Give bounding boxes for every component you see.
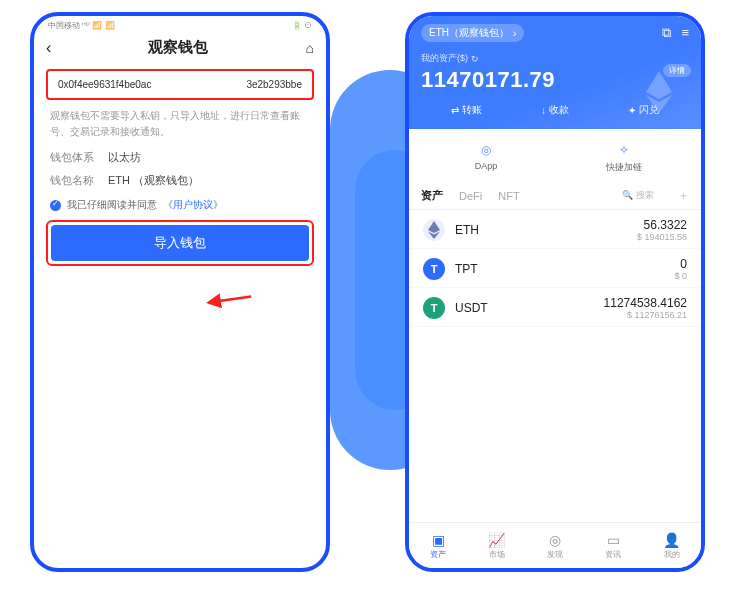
token-symbol: TPT [455, 262, 478, 276]
wallet-system-label: 钱包体系 [50, 150, 94, 165]
import-wallet-button[interactable]: 导入钱包 [51, 225, 309, 261]
phone-left: 中国移动 ᴴᴰ 📶 📶 🔋 ⏲ ‹ 观察钱包 ⌂ 0x0f4ee9631f4be… [30, 12, 330, 572]
chevron-right-icon: › [513, 28, 516, 39]
token-row-tpt[interactable]: T TPT 0 $ 0 [409, 249, 701, 288]
note-text: 观察钱包不需要导入私钥，只导入地址，进行日常查看账号、交易记录和接收通知。 [50, 108, 310, 140]
token-usd: $ 0 [674, 271, 687, 281]
news-icon: ▭ [607, 532, 620, 548]
quicklink-button[interactable]: ✧ 快捷加链 [555, 141, 693, 174]
token-usd: $ 194015.58 [637, 232, 687, 242]
tab-assets[interactable]: 资产 [421, 188, 443, 203]
compass-icon: ◎ [477, 141, 495, 159]
compass-icon: ◎ [549, 532, 561, 548]
scan-icon[interactable]: ⧉ [662, 25, 671, 41]
back-icon[interactable]: ‹ [46, 39, 51, 57]
wallet-name-value: ETH （观察钱包） [108, 173, 199, 188]
tab-defi[interactable]: DeFi [459, 190, 482, 202]
wallet-name-label: 钱包名称 [50, 173, 94, 188]
bottom-tabbar: ▣资产 📈市场 ◎发现 ▭资讯 👤我的 [409, 522, 701, 568]
annotation-arrow-icon [201, 277, 256, 323]
token-symbol: ETH [455, 223, 479, 237]
token-row-eth[interactable]: ETH 56.3322 $ 194015.58 [409, 210, 701, 249]
wallet-name-row: 钱包名称 ETH （观察钱包） [50, 173, 310, 188]
swap-icon: ✦ [628, 105, 636, 116]
agree-row[interactable]: 我已仔细阅读并同意 《用户协议》 [50, 198, 310, 212]
wallet-system-row: 钱包体系 以太坊 [50, 150, 310, 165]
wallet-icon: ▣ [432, 532, 445, 548]
agreement-link[interactable]: 《用户协议》 [163, 198, 223, 212]
search-input[interactable]: 🔍 搜索 [622, 189, 654, 202]
receive-button[interactable]: ↓ 收款 [541, 103, 569, 117]
tabbar-news[interactable]: ▭资讯 [605, 532, 621, 560]
receive-icon: ↓ [541, 105, 546, 116]
eth-icon [423, 219, 445, 241]
phone-right: ETH（观察钱包） › ⧉ ≡ 我的资产($) ↻ 11470171.79 详情… [405, 12, 705, 572]
network-pill[interactable]: ETH（观察钱包） › [421, 24, 524, 42]
tabbar-market[interactable]: 📈市场 [488, 532, 505, 560]
tpt-icon: T [423, 258, 445, 280]
status-right: 🔋 ⏲ [292, 21, 312, 30]
token-amount: 0 [674, 257, 687, 271]
page-title: 观察钱包 [148, 38, 208, 57]
tab-nft[interactable]: NFT [498, 190, 519, 202]
address-right: 3e2b293bbe [246, 79, 302, 90]
svg-line-0 [209, 283, 252, 317]
user-icon: 👤 [663, 532, 680, 548]
transfer-button[interactable]: ⇄ 转账 [451, 103, 482, 117]
asset-tabs: 资产 DeFi NFT 🔍 搜索 ＋ [409, 182, 701, 210]
address-input[interactable]: 0x0f4ee9631f4be0ac 3e2b293bbe [46, 69, 314, 100]
status-bar: 中国移动 ᴴᴰ 📶 📶 🔋 ⏲ [34, 16, 326, 32]
token-usd: $ 11276156.21 [604, 310, 687, 320]
agree-text: 我已仔细阅读并同意 [67, 198, 157, 212]
quick-row: ◎ DApp ✧ 快捷加链 [409, 129, 701, 182]
token-row-usdt[interactable]: T USDT 11274538.4162 $ 11276156.21 [409, 288, 701, 327]
tabbar-assets[interactable]: ▣资产 [430, 532, 446, 560]
token-amount: 11274538.4162 [604, 296, 687, 310]
assets-label: 我的资产($) ↻ [421, 52, 689, 65]
refresh-icon[interactable]: ↻ [471, 54, 479, 64]
token-amount: 56.3322 [637, 218, 687, 232]
scan-icon[interactable]: ⌂ [306, 40, 314, 56]
checkbox-icon[interactable] [50, 200, 61, 211]
dapp-button[interactable]: ◎ DApp [417, 141, 555, 174]
status-left: 中国移动 ᴴᴰ 📶 📶 [48, 20, 115, 31]
add-token-button[interactable]: ＋ [678, 188, 689, 203]
usdt-icon: T [423, 297, 445, 319]
swap-button[interactable]: ✦ 闪兑 [628, 103, 659, 117]
wallet-system-value: 以太坊 [108, 150, 141, 165]
wallet-header: ETH（观察钱包） › ⧉ ≡ 我的资产($) ↻ 11470171.79 详情… [409, 16, 701, 129]
network-name: ETH（观察钱包） [429, 26, 509, 40]
transfer-icon: ⇄ [451, 105, 459, 116]
token-symbol: USDT [455, 301, 488, 315]
address-left: 0x0f4ee9631f4be0ac [58, 79, 151, 90]
market-icon: 📈 [488, 532, 505, 548]
import-button-highlight: 导入钱包 [46, 220, 314, 266]
title-bar: ‹ 观察钱包 ⌂ [34, 32, 326, 67]
menu-icon[interactable]: ≡ [681, 25, 689, 41]
tabbar-discover[interactable]: ◎发现 [547, 532, 563, 560]
link-icon: ✧ [615, 141, 633, 159]
tabbar-me[interactable]: 👤我的 [663, 532, 680, 560]
